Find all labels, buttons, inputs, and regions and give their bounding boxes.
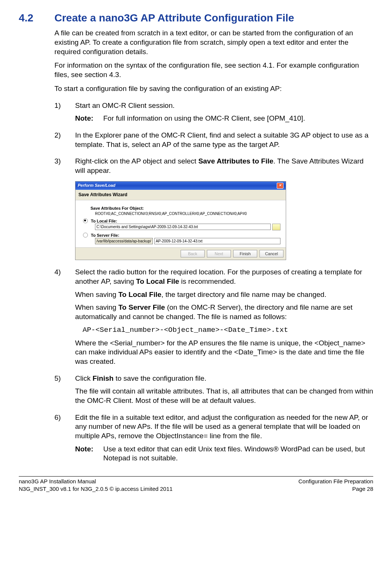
step-text: Right-click on the AP object and select …: [75, 157, 373, 175]
footer-right-2: Page 28: [299, 485, 373, 493]
save-load-dialog: Perform Save/Load ✕ Save Attributes Wiza…: [75, 181, 286, 260]
note-label: Note:: [75, 445, 103, 463]
step-1: 1) Start an OMC-R Client session. Note: …: [54, 101, 373, 123]
finish-button[interactable]: Finish: [233, 250, 257, 257]
step-text: Select the radio button for the required…: [75, 268, 373, 286]
note-text: For full information on using the OMC-R …: [103, 114, 373, 123]
dialog-body: Save Attributes For Object: ROOT#0;AC_CO…: [75, 200, 286, 248]
object-label: Save Attributes For Object:: [90, 206, 280, 211]
note-text: Use a text editor that can edit Unix tex…: [103, 445, 373, 463]
dialog-button-row: Back Next Finish Cancel: [75, 248, 286, 260]
filename-pattern: AP-<Serial_number>-<Object_name>-<Date_T…: [83, 325, 373, 335]
step-text-2: When saving To Local File, the target di…: [75, 290, 373, 300]
cancel-button[interactable]: Cancel: [259, 250, 283, 257]
step-text: Click Finish to save the configuration f…: [75, 374, 373, 383]
server-file-input[interactable]: AP-2009-12-09-14-32-43.txt: [154, 238, 280, 244]
step-text: Start an OMC-R Client session.: [75, 101, 373, 110]
server-file-label: To Server File:: [91, 233, 119, 238]
text-pre: Right-click on the AP object and select: [75, 157, 198, 165]
dialog-subtitle: Save Attributes Wizard: [75, 190, 286, 201]
local-file-label: To Local File:: [91, 218, 117, 224]
dialog-title-text: Perform Save/Load: [78, 183, 115, 188]
step-number: 6): [54, 413, 75, 463]
local-file-input[interactable]: C:\Documents and Settings\agw\AP-2009-12…: [95, 224, 271, 230]
note-label: Note:: [75, 114, 103, 123]
text-bold: Save Attributes to File: [198, 157, 273, 165]
step-text-2: The file will contain all writable attri…: [75, 387, 373, 405]
step-3: 3) Right-click on the AP object and sele…: [54, 157, 373, 175]
footer-left-2: N3G_INST_300 v8.1 for N3G_2.0.5 © ip.acc…: [19, 485, 299, 493]
page-footer: nano3G AP Installation Manual N3G_INST_3…: [19, 476, 373, 492]
step-number: 3): [54, 157, 75, 175]
step-text: Edit the file in a suitable text editor,…: [75, 413, 373, 441]
close-icon[interactable]: ✕: [277, 183, 283, 189]
intro-paragraph-3: To start a configuration file by saving …: [54, 84, 373, 94]
intro-paragraph-2: For information on the syntax of the con…: [54, 61, 373, 79]
step-number: 5): [54, 374, 75, 406]
back-button[interactable]: Back: [181, 250, 205, 257]
intro-paragraph-1: A file can be created from scratch in a …: [54, 29, 373, 56]
radio-local-file[interactable]: [83, 218, 88, 223]
ordered-steps-cont: 4) Select the radio button for the requi…: [54, 268, 373, 463]
section-heading: 4.2 Create a nano3G AP Attribute Configu…: [19, 11, 373, 25]
heading-title: Create a nano3G AP Attribute Configurati…: [54, 11, 294, 25]
ordered-steps: 1) Start an OMC-R Client session. Note: …: [54, 101, 373, 176]
next-button[interactable]: Next: [207, 250, 231, 257]
object-value: ROOT#0;AC_CONNECTION#3;RNS#0;AP_CONTROLL…: [95, 211, 280, 216]
footer-left-1: nano3G AP Installation Manual: [19, 478, 299, 485]
step-2: 2) In the Explorer pane of the OMC-R Cli…: [54, 131, 373, 149]
dialog-titlebar: Perform Save/Load ✕: [75, 182, 286, 190]
step-5: 5) Click Finish to save the configuratio…: [54, 374, 373, 406]
step-number: 4): [54, 268, 75, 366]
step-6: 6) Edit the file in a suitable text edit…: [54, 413, 373, 463]
radio-server-file[interactable]: [83, 233, 88, 238]
heading-number: 4.2: [19, 11, 54, 25]
step-text-3: When saving To Server File (on the OMC-R…: [75, 303, 373, 321]
footer-right-1: Configuration File Preparation: [299, 478, 373, 485]
step-number: 1): [54, 101, 75, 123]
server-prefix: /var/lib/ipaccess/data/ap-backup/: [95, 238, 153, 244]
step-number: 2): [54, 131, 75, 149]
wizard-screenshot: Perform Save/Load ✕ Save Attributes Wiza…: [75, 181, 373, 260]
step-text: In the Explorer pane of the OMC-R Client…: [75, 131, 373, 149]
browse-icon[interactable]: [272, 224, 280, 230]
step-4: 4) Select the radio button for the requi…: [54, 268, 373, 366]
step-text-4: Where the <Serial_number> for the AP ens…: [75, 339, 373, 366]
